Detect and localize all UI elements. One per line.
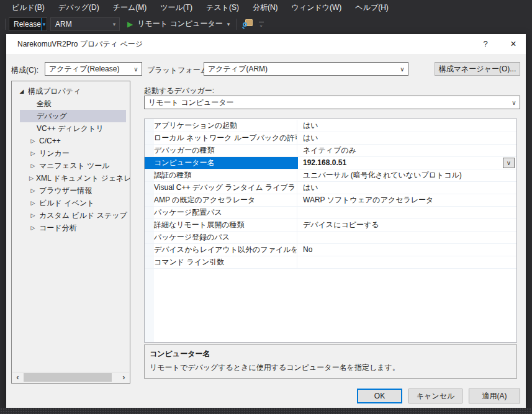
- tree-collapsed-icon[interactable]: ▷: [29, 209, 37, 222]
- property-row-command-line-arguments[interactable]: コマンド ライン引数: [145, 256, 516, 269]
- tree-item-xml-document-generator[interactable]: ▷ XML ドキュメント ジェネレーター: [12, 172, 130, 184]
- property-value-editable[interactable]: 192.168.0.51 ∨: [297, 157, 516, 169]
- property-name[interactable]: パッケージ配置パス: [145, 207, 297, 218]
- property-grid: アプリケーションの起動 はい ローカル ネットワーク ループバックの許可 はい …: [144, 119, 517, 343]
- property-name[interactable]: Visual C++ デバッグ ランタイム ライブラリの配置: [145, 182, 297, 194]
- property-name[interactable]: デバイスからレイアウト以外のファイルを削除する: [145, 244, 297, 256]
- property-value[interactable]: はい: [297, 120, 516, 132]
- debugger-to-launch-combo[interactable]: リモート コンピューター ∨: [144, 96, 520, 109]
- property-value[interactable]: デバイスにコピーする: [297, 219, 516, 231]
- property-name[interactable]: ローカル ネットワーク ループバックの許可: [145, 132, 297, 144]
- property-row-debugger-type[interactable]: デバッガーの種類 ネイティブのみ: [145, 145, 516, 157]
- menu-window[interactable]: ウィンドウ(W): [285, 0, 349, 15]
- property-row-package-registration-path[interactable]: パッケージ登録のパス: [145, 232, 516, 244]
- menu-debug[interactable]: デバッグ(D): [52, 0, 106, 15]
- solution-configuration-combo[interactable]: Release ▾: [9, 17, 47, 31]
- cancel-button[interactable]: キャンセル: [408, 389, 462, 403]
- property-row-vc-runtime-deploy[interactable]: Visual C++ デバッグ ランタイム ライブラリの配置 はい: [145, 182, 516, 194]
- property-value[interactable]: [297, 207, 516, 218]
- play-icon: ▶: [127, 20, 133, 29]
- property-row-machine-name[interactable]: コンピューター名 192.168.0.51 ∨: [145, 157, 516, 169]
- find-in-solution-explorer-icon[interactable]: [242, 19, 253, 30]
- description-title: コンピューター名: [150, 349, 512, 359]
- tree-item-label: カスタム ビルド ステップ: [39, 209, 127, 222]
- property-row-authentication-type[interactable]: 認証の種類 ユニバーサル (暗号化されていないプロトコル): [145, 169, 516, 182]
- tree-item-configuration-properties[interactable]: ◢ 構成プロパティ: [12, 85, 130, 97]
- chevron-down-icon[interactable]: ▾: [227, 21, 230, 27]
- start-debugging-button[interactable]: ▶ リモート コンピューター ▾: [127, 19, 230, 29]
- property-value[interactable]: ユニバーサル (暗号化されていないプロトコル): [297, 169, 516, 181]
- tree-item-browse-information[interactable]: ▷ ブラウザー情報: [12, 184, 130, 197]
- tree-item-c-cpp[interactable]: ▷ C/C++: [12, 135, 130, 147]
- property-name[interactable]: パッケージ登録のパス: [145, 232, 297, 243]
- property-row-launch-application[interactable]: アプリケーションの起動 はい: [145, 120, 516, 132]
- property-row-remove-non-layout-files[interactable]: デバイスからレイアウト以外のファイルを削除する No: [145, 244, 516, 256]
- menu-tools[interactable]: ツール(T): [153, 0, 199, 15]
- tree-collapsed-icon[interactable]: ▷: [29, 222, 37, 234]
- tree-collapsed-icon[interactable]: ▷: [29, 147, 37, 160]
- property-row-advanced-remote-deploy[interactable]: 詳細なリモート展開の種類 デバイスにコピーする: [145, 219, 516, 232]
- toolbar-overflow-button[interactable]: ⌄: [257, 19, 266, 29]
- tree-item-label: 構成プロパティ: [28, 85, 81, 97]
- start-debugging-label: リモート コンピューター: [137, 19, 223, 29]
- platform-combo[interactable]: アクティブ(ARM) ∨: [204, 62, 408, 76]
- apply-button[interactable]: 適用(A): [469, 389, 520, 403]
- property-row-loopback[interactable]: ローカル ネットワーク ループバックの許可 はい: [145, 132, 516, 145]
- configuration-manager-button[interactable]: 構成マネージャー(O)...: [435, 62, 520, 76]
- property-row-amp-accelerator[interactable]: AMP の既定のアクセラレータ WARP ソフトウェアのアクセラレータ: [145, 194, 516, 207]
- tree-collapsed-icon[interactable]: ▷: [29, 160, 37, 172]
- tree-item-manifest-tool[interactable]: ▷ マニフェスト ツール: [12, 160, 130, 172]
- menu-team[interactable]: チーム(M): [106, 0, 154, 15]
- ok-button[interactable]: OK: [357, 389, 402, 403]
- property-value[interactable]: ネイティブのみ: [297, 145, 516, 156]
- menu-build[interactable]: ビルド(B): [5, 0, 52, 15]
- menu-analyze[interactable]: 分析(N): [246, 0, 285, 15]
- tree-collapsed-icon[interactable]: ▷: [29, 197, 37, 209]
- chevron-down-icon[interactable]: ▾: [41, 18, 47, 30]
- dialog-title: NarekomuVR2Pro プロパティ ページ: [17, 34, 143, 54]
- menu-bar: ビルド(B) デバッグ(D) チーム(M) ツール(T) テスト(S) 分析(N…: [0, 0, 532, 15]
- chevron-down-icon: ∨: [130, 66, 142, 73]
- tree-item-code-analysis[interactable]: ▷ コード分析: [12, 222, 130, 234]
- visual-studio-window: ビルド(B) デバッグ(D) チーム(M) ツール(T) テスト(S) 分析(N…: [0, 0, 532, 414]
- property-value[interactable]: WARP ソフトウェアのアクセラレータ: [297, 194, 516, 206]
- chevron-down-icon: ∨: [508, 99, 520, 106]
- property-name[interactable]: アプリケーションの起動: [145, 120, 297, 132]
- solution-platform-combo[interactable]: ARM ▾: [50, 17, 120, 31]
- property-name[interactable]: コマンド ライン引数: [145, 256, 297, 268]
- scroll-left-icon[interactable]: ‹: [12, 372, 23, 383]
- property-value[interactable]: No: [297, 244, 516, 256]
- value-dropdown-button[interactable]: ∨: [503, 158, 515, 168]
- menu-help[interactable]: ヘルプ(H): [348, 0, 395, 15]
- tree-item-custom-build-step[interactable]: ▷ カスタム ビルド ステップ: [12, 209, 130, 222]
- tree-expanded-icon[interactable]: ◢: [18, 85, 25, 97]
- tree-collapsed-icon[interactable]: ▷: [29, 135, 37, 147]
- tree-collapsed-icon[interactable]: ▷: [29, 184, 37, 197]
- tree-item-linker[interactable]: ▷ リンカー: [12, 147, 130, 160]
- property-value[interactable]: [297, 232, 516, 243]
- help-button[interactable]: ?: [476, 34, 495, 54]
- toolbar-separator: [5, 19, 6, 30]
- chevron-down-icon[interactable]: ▾: [109, 21, 119, 27]
- close-button[interactable]: ×: [504, 34, 523, 54]
- scroll-right-icon[interactable]: ›: [119, 372, 129, 383]
- dialog-title-bar[interactable]: NarekomuVR2Pro プロパティ ページ ? ×: [6, 34, 526, 54]
- property-name[interactable]: コンピューター名: [145, 157, 297, 169]
- configuration-combo[interactable]: アクティブ(Release) ∨: [45, 62, 142, 76]
- property-row-package-layout-path[interactable]: パッケージ配置パス: [145, 207, 516, 219]
- scrollbar-thumb[interactable]: [24, 373, 112, 382]
- tree-item-vc-directories[interactable]: VC++ ディレクトリ: [12, 122, 130, 135]
- property-value[interactable]: はい: [297, 132, 516, 144]
- tree-item-debugging[interactable]: デバッグ: [20, 110, 126, 122]
- tree-item-general[interactable]: 全般: [12, 97, 130, 110]
- tree-item-build-events[interactable]: ▷ ビルド イベント: [12, 197, 130, 209]
- property-name[interactable]: 詳細なリモート展開の種類: [145, 219, 297, 231]
- tree-collapsed-icon[interactable]: ▷: [29, 172, 34, 184]
- tree-horizontal-scrollbar[interactable]: ‹ ›: [12, 372, 129, 382]
- property-value[interactable]: [297, 256, 516, 268]
- property-name[interactable]: 認証の種類: [145, 169, 297, 181]
- property-name[interactable]: AMP の既定のアクセラレータ: [145, 194, 297, 206]
- menu-test[interactable]: テスト(S): [199, 0, 246, 15]
- property-name[interactable]: デバッガーの種類: [145, 145, 297, 156]
- property-value[interactable]: はい: [297, 182, 516, 194]
